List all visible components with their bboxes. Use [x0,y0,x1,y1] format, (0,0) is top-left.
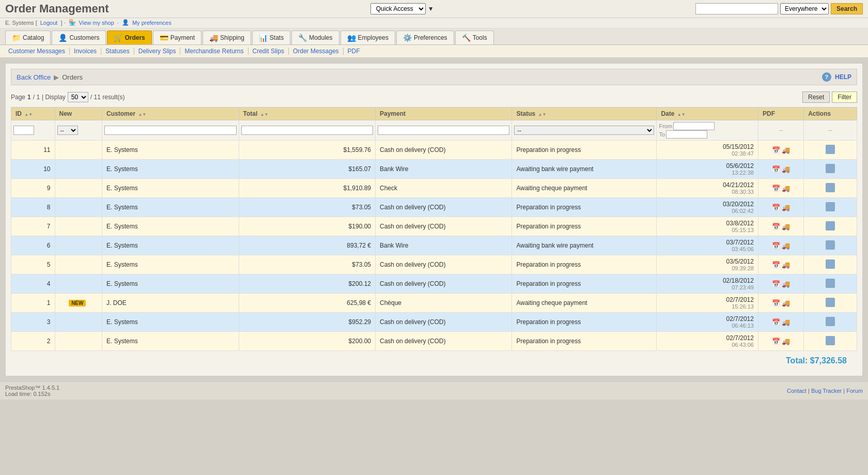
calendar-icon[interactable]: 📅 [772,223,780,231]
truck-icon[interactable]: 🚚 [782,261,790,269]
filter-status-select[interactable]: -- [514,126,654,135]
edit-icon[interactable] [826,317,835,326]
edit-icon[interactable] [826,164,835,173]
filter-date-from[interactable] [673,122,715,130]
calendar-icon[interactable]: 📅 [772,165,780,173]
quick-access-dropdown-icon[interactable]: ▼ [428,5,434,12]
cell-pdf[interactable]: 📅 🚚 [758,236,803,255]
cell-pdf[interactable]: 📅 🚚 [758,217,803,236]
bug-tracker-link[interactable]: Bug Tracker [811,388,842,394]
cell-pdf[interactable]: 📅 🚚 [758,198,803,217]
cell-actions[interactable] [804,332,857,351]
calendar-icon[interactable]: 📅 [772,280,780,288]
filter-payment-input[interactable] [378,126,509,135]
cell-actions[interactable] [804,255,857,274]
sub-nav-pdf[interactable]: PDF [344,48,364,55]
sub-nav-customer-messages[interactable]: Customer Messages [8,48,70,55]
calendar-icon[interactable]: 📅 [772,299,780,307]
edit-icon[interactable] [826,298,835,307]
cell-actions[interactable] [804,313,857,332]
cell-actions[interactable] [804,198,857,217]
forum-link[interactable]: Forum [846,388,863,394]
cell-pdf[interactable]: 📅 🚚 [758,294,803,313]
nav-tab-preferences[interactable]: ⚙️Preferences [396,30,454,44]
calendar-icon[interactable]: 📅 [772,242,780,250]
calendar-icon[interactable]: 📅 [772,204,780,211]
truck-icon[interactable]: 🚚 [782,318,790,326]
sub-nav-statuses[interactable]: Statuses [101,48,134,55]
contact-link[interactable]: Contact [787,388,807,394]
cell-actions[interactable] [804,217,857,236]
cell-pdf[interactable]: 📅 🚚 [758,313,803,332]
cell-actions[interactable] [804,294,857,313]
edit-icon[interactable] [826,183,835,192]
edit-icon[interactable] [826,336,835,345]
edit-icon[interactable] [826,202,835,211]
cell-pdf[interactable]: 📅 🚚 [758,160,803,179]
display-select[interactable]: 50 [68,92,88,102]
nav-tab-customers[interactable]: 👤Customers [52,30,106,44]
nav-tab-employees[interactable]: 👥Employees [340,30,395,44]
edit-icon[interactable] [826,145,835,154]
reset-button[interactable]: Reset [802,91,830,103]
nav-tab-stats[interactable]: 📊Stats [252,30,290,44]
cell-actions[interactable] [804,179,857,198]
filter-button[interactable]: Filter [832,91,857,103]
nav-tab-orders[interactable]: 🛒Orders [107,30,151,44]
calendar-icon[interactable]: 📅 [772,185,780,192]
nav-tab-catalog[interactable]: 📁Catalog [5,30,51,44]
calendar-icon[interactable]: 📅 [772,261,780,269]
cell-pdf[interactable]: 📅 🚚 [758,255,803,274]
sub-nav-order-messages[interactable]: Order Messages [289,48,344,55]
my-preferences-link[interactable]: My preferences [132,20,172,26]
calendar-icon[interactable]: 📅 [772,338,780,345]
sub-nav-merchandise-returns[interactable]: Merchandise Returns [180,48,248,55]
truck-icon[interactable]: 🚚 [782,165,790,173]
cell-pdf[interactable]: 📅 🚚 [758,332,803,351]
sub-nav-delivery-slips[interactable]: Delivery Slips [134,48,181,55]
cell-actions[interactable] [804,274,857,294]
calendar-icon[interactable]: 📅 [772,146,780,154]
edit-icon[interactable] [826,221,835,231]
edit-icon[interactable] [826,240,835,250]
cell-pdf[interactable]: 📅 🚚 [758,274,803,294]
truck-icon[interactable]: 🚚 [782,299,790,307]
quick-access-select[interactable]: Quick Access [370,3,426,14]
filter-new-select[interactable]: -- [57,126,78,135]
truck-icon[interactable]: 🚚 [782,185,790,192]
logout-link[interactable]: Logout [40,20,58,26]
sub-nav-credit-slips[interactable]: Credit Slips [249,48,289,55]
cell-date: 03/20/2012 06:02:42 [657,198,758,217]
cell-actions[interactable] [804,141,857,160]
search-button[interactable]: Search [831,3,863,14]
view-shop-link[interactable]: View my shop [79,20,114,26]
truck-icon[interactable]: 🚚 [782,242,790,250]
nav-tab-label-customers: Customers [69,34,99,41]
cell-pdf[interactable]: 📅 🚚 [758,179,803,198]
truck-icon[interactable]: 🚚 [782,146,790,154]
truck-icon[interactable]: 🚚 [782,280,790,288]
truck-icon[interactable]: 🚚 [782,338,790,345]
edit-icon[interactable] [826,259,835,269]
cell-pdf[interactable]: 📅 🚚 [758,141,803,160]
truck-icon[interactable]: 🚚 [782,204,790,211]
date-line1: 02/18/2012 [661,277,754,284]
help-button[interactable]: ? HELP [822,72,851,82]
edit-icon[interactable] [826,279,835,288]
filter-date-to[interactable] [666,130,707,139]
cell-actions[interactable] [804,236,857,255]
nav-tab-shipping[interactable]: 🚚Shipping [203,30,251,44]
truck-icon[interactable]: 🚚 [782,223,790,231]
cell-actions[interactable] [804,160,857,179]
search-input[interactable] [695,3,778,14]
nav-tab-modules[interactable]: 🔧Modules [291,30,339,44]
nav-tab-payment[interactable]: 💳Payment [153,30,202,44]
breadcrumb-back-office[interactable]: Back Office [17,73,51,81]
filter-customer-input[interactable] [104,126,236,135]
filter-total-input[interactable] [241,126,373,135]
sub-nav-invoices[interactable]: Invoices [70,48,101,55]
nav-tab-tools[interactable]: 🔨Tools [455,30,494,44]
filter-id-input[interactable] [13,126,34,135]
search-scope-select[interactable]: Everywhere [780,3,829,14]
calendar-icon[interactable]: 📅 [772,318,780,326]
